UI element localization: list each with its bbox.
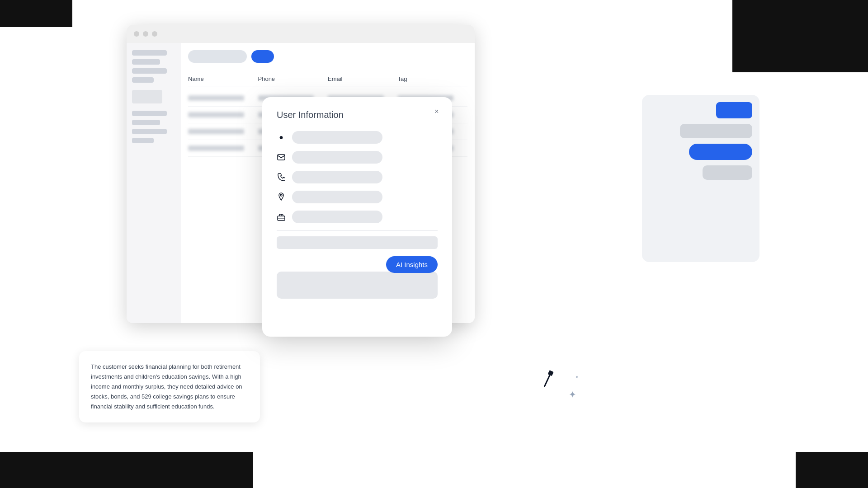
sidebar-item-7 [132, 129, 167, 134]
birthday-icon [277, 212, 286, 221]
chat-button-blue[interactable] [716, 102, 752, 118]
traffic-light-green [152, 31, 157, 37]
toolbar-toggle[interactable] [251, 50, 274, 63]
sidebar-item-1 [132, 50, 167, 56]
cell-name-1 [188, 95, 244, 101]
svg-rect-0 [278, 155, 285, 160]
user-information-modal: × User Information ● [262, 97, 452, 337]
sidebar-item-6 [132, 120, 160, 125]
field-value-email [292, 151, 382, 164]
browser-titlebar [127, 25, 475, 43]
modal-bottom-section [277, 272, 438, 299]
sidebar-item-3 [132, 68, 167, 74]
ai-insights-button[interactable]: AI Insights [386, 256, 438, 273]
modal-field-name: ● [277, 131, 438, 144]
sparkle-icon-top: ✦ [575, 375, 579, 380]
sidebar-item-8 [132, 138, 154, 143]
corner-decoration-bottom-right [796, 452, 868, 488]
sidebar [127, 43, 181, 323]
col-phone: Phone [258, 75, 328, 82]
ai-text-content: The customer seeks financial planning fo… [91, 362, 248, 412]
col-email: Email [328, 75, 398, 82]
wand-cursor-icon [539, 369, 558, 391]
sparkle-icon-right: ✦ [569, 389, 576, 400]
ai-text-card: The customer seeks financial planning fo… [79, 351, 260, 422]
col-tag: Tag [398, 75, 468, 82]
chat-bubble-sent-1 [689, 144, 752, 160]
chat-bubble-received-2 [703, 165, 752, 180]
modal-close-button[interactable]: × [430, 105, 443, 118]
corner-decoration-bottom-left [0, 452, 253, 488]
col-name: Name [188, 75, 258, 82]
phone-icon [277, 173, 286, 182]
modal-field-email [277, 151, 438, 164]
modal-field-birthday [277, 211, 438, 223]
field-value-name [292, 131, 382, 144]
person-icon: ● [277, 133, 286, 142]
toolbar [188, 50, 467, 63]
modal-divider [277, 230, 438, 231]
field-value-birthday [292, 211, 382, 223]
traffic-light-yellow [143, 31, 148, 37]
modal-summary-bar [277, 236, 438, 249]
table-header: Name Phone Email Tag [188, 72, 467, 86]
chat-bubble-received-1 [680, 124, 752, 138]
ai-insights-label: AI Insights [396, 261, 428, 268]
cell-name-3 [188, 129, 244, 134]
corner-decoration-top-left [0, 0, 72, 27]
sidebar-box [132, 90, 162, 103]
toolbar-pill[interactable] [188, 50, 247, 63]
chat-panel [642, 95, 760, 262]
field-value-phone [292, 171, 382, 183]
email-icon [277, 153, 286, 162]
sidebar-item-2 [132, 59, 160, 65]
svg-rect-4 [548, 370, 554, 376]
modal-field-phone [277, 171, 438, 183]
modal-field-location [277, 191, 438, 203]
field-value-location [292, 191, 382, 203]
modal-title: User Information [277, 110, 438, 120]
sidebar-item-5 [132, 111, 167, 116]
svg-point-1 [280, 194, 282, 196]
location-icon [277, 192, 286, 202]
sidebar-item-4 [132, 77, 154, 83]
cell-name-2 [188, 112, 244, 117]
traffic-light-red [134, 31, 139, 37]
cell-name-4 [188, 145, 244, 151]
corner-decoration-top-right [732, 0, 868, 72]
